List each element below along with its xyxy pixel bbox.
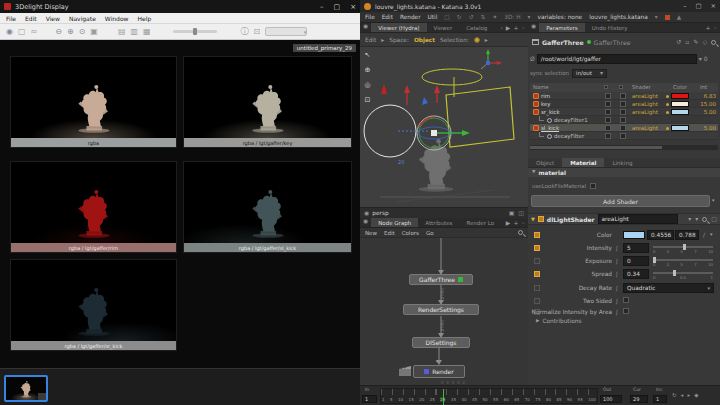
pin-icon[interactable]: ▫ xyxy=(685,39,689,45)
viewer-edit-menu[interactable]: Edit xyxy=(365,37,376,43)
plus-icon[interactable]: + xyxy=(513,25,518,31)
menu-util[interactable]: Util xyxy=(428,14,438,20)
solo-checkbox[interactable] xyxy=(620,133,626,139)
region-select-icon[interactable]: ▢ xyxy=(18,27,26,36)
add-shader-button[interactable]: Add Shader xyxy=(531,195,710,207)
light-shader[interactable]: areaLight xyxy=(632,124,658,132)
variables-selector[interactable]: variables: none xyxy=(537,14,582,20)
light-color-swatch[interactable] xyxy=(671,125,689,131)
expand-icon[interactable]: ▢ xyxy=(711,216,717,222)
light-color-swatch[interactable] xyxy=(671,101,689,107)
mute-checkbox[interactable] xyxy=(605,101,611,107)
out-field[interactable]: 100 xyxy=(600,395,622,403)
close-icon[interactable]: × xyxy=(711,2,716,10)
selected-thumbnail[interactable] xyxy=(4,375,48,402)
menu-edit[interactable]: Edit xyxy=(25,15,37,22)
zoom-out-icon[interactable]: ⊖ xyxy=(55,27,62,36)
open-image-icon[interactable]: ▤ xyxy=(118,27,126,36)
chevron-left-icon[interactable]: ‹ xyxy=(500,25,502,31)
spread-slider[interactable] xyxy=(653,272,713,274)
menu-file[interactable]: File xyxy=(365,14,375,20)
light-intensity[interactable]: 15.00 xyxy=(696,100,716,108)
color-swatch[interactable] xyxy=(623,231,645,239)
solo-checkbox[interactable] xyxy=(620,109,626,115)
plus-icon[interactable]: + xyxy=(705,25,710,31)
uselookfile-checkbox[interactable] xyxy=(590,183,596,189)
light-row-sl-kick-selected[interactable]: sl_kick areaLight 5.00 xyxy=(530,124,718,132)
table-scrollbar[interactable] xyxy=(530,145,718,150)
translate-tool-icon[interactable]: ⊕ xyxy=(365,66,371,74)
tab-linking[interactable]: Linking xyxy=(604,158,640,167)
light-shader[interactable]: areaLight xyxy=(632,108,658,116)
panel-play-icon[interactable]: ▶ xyxy=(506,25,511,31)
toolbar-updown-icon[interactable]: ⇅ xyxy=(481,14,486,20)
toolbar-loop-icon[interactable]: ↻ xyxy=(457,14,462,20)
camera-icon[interactable]: ◉ xyxy=(364,210,369,216)
maximize-icon[interactable]: ▢ xyxy=(334,3,341,11)
circle-icon[interactable]: ◦ xyxy=(521,220,525,226)
tab-material[interactable]: Material xyxy=(562,158,604,167)
zoom-actual-icon[interactable]: ⊙ xyxy=(79,27,86,36)
light-row-rim[interactable]: rim areaLight 6.83 xyxy=(530,92,718,100)
search-icon[interactable] xyxy=(518,230,523,235)
cur-field[interactable]: 29 xyxy=(630,395,648,403)
chevron-down-icon[interactable]: ▾ xyxy=(712,197,715,203)
exposure-slider[interactable] xyxy=(653,259,713,261)
node-collapse-icon[interactable]: ▾ xyxy=(436,359,439,364)
menu-file[interactable]: File xyxy=(6,15,16,22)
spread-field[interactable]: 0.34 xyxy=(623,269,649,279)
render-tile-rim[interactable]: rgba / lgt/gaffer/rim xyxy=(10,161,177,253)
mute-checkbox[interactable] xyxy=(605,109,611,115)
menu-help[interactable]: Help xyxy=(138,15,152,22)
light-color-swatch[interactable] xyxy=(671,109,689,115)
menu-edit[interactable]: Edit xyxy=(382,14,393,20)
scale-tool-icon[interactable]: ⊡ xyxy=(365,96,371,104)
loop-icon[interactable]: ↻ xyxy=(672,392,677,398)
circle-icon[interactable]: ◦ xyxy=(521,25,525,31)
mute-checkbox[interactable] xyxy=(605,117,611,123)
mute-checkbox[interactable] xyxy=(605,93,611,99)
hud-icon[interactable]: ▣ xyxy=(509,210,515,216)
filter-row-decayfilter[interactable]: decayFilter xyxy=(530,132,718,140)
panel-play-icon[interactable]: ▶ xyxy=(506,220,511,226)
chevron-down-icon[interactable]: ▾ xyxy=(699,56,702,62)
frame-ruler[interactable]: 1510152025293540455055606570758085909510… xyxy=(380,388,598,404)
info-icon[interactable]: ⓘ xyxy=(241,26,249,37)
panel-menu-icon[interactable]: ◉ xyxy=(528,23,539,32)
normalize-checkbox[interactable] xyxy=(623,308,629,314)
fcurve-icon[interactable]: ʃ xyxy=(616,309,618,315)
chevron-down-icon[interactable]: ▾ xyxy=(710,232,713,237)
tab-parameters[interactable]: Parameters xyxy=(539,23,584,32)
crop-icon[interactable]: ▣ xyxy=(90,27,98,36)
color-r-field[interactable]: 0.4556 xyxy=(647,230,674,240)
search-icon[interactable] xyxy=(711,40,716,45)
chevron-down-icon[interactable]: ▾ xyxy=(688,216,691,222)
intensity-field[interactable]: 5 xyxy=(623,243,649,253)
close-icon[interactable]: × xyxy=(350,3,356,11)
levels-icon[interactable]: ≈ xyxy=(31,27,38,36)
in-field[interactable]: 1 xyxy=(362,395,377,403)
viewport-3d[interactable]: 20 xyxy=(360,47,528,207)
rotate-tool-icon[interactable]: ◎ xyxy=(364,81,370,89)
intensity-slider[interactable] xyxy=(653,246,713,248)
minimize-icon[interactable]: – xyxy=(683,2,686,10)
menu-render[interactable]: Render xyxy=(400,14,421,20)
maximize-icon[interactable]: ▢ xyxy=(695,2,701,10)
step-back-icon[interactable]: ◂ xyxy=(681,392,684,398)
contributions-group[interactable]: ▶ Contributions xyxy=(536,318,581,324)
node-render[interactable]: Render xyxy=(413,365,465,378)
menu-window[interactable]: Window xyxy=(105,15,129,22)
fcurve-icon[interactable]: ʃ xyxy=(616,298,618,304)
circle-icon[interactable]: ◦ xyxy=(713,25,717,31)
space-value[interactable]: Object xyxy=(414,37,435,43)
menu-navigate[interactable]: Navigate xyxy=(69,15,96,22)
fcurve-icon[interactable]: ʃ xyxy=(616,258,618,264)
light-shader[interactable]: areaLight xyxy=(632,100,658,108)
menu-view[interactable]: View xyxy=(46,15,60,22)
chevron-down-icon[interactable]: ▾ xyxy=(695,216,698,222)
node-dlsettings[interactable]: DlSettings xyxy=(412,337,470,348)
tab-catalog[interactable]: Catalog xyxy=(459,23,494,32)
target-icon[interactable]: ◇ xyxy=(702,39,707,45)
color-g-field[interactable]: 0.788 xyxy=(675,230,699,240)
light-shader[interactable]: areaLight xyxy=(632,92,658,100)
